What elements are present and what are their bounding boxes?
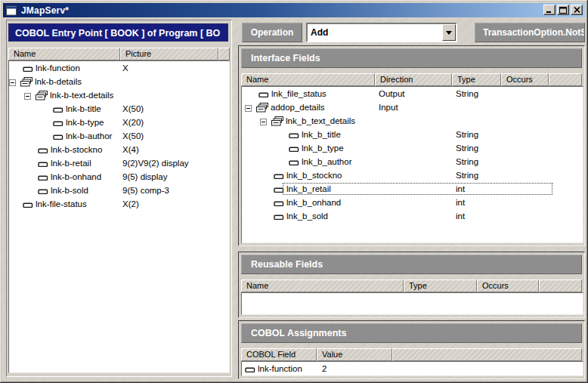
group-record-icon <box>36 91 48 102</box>
row-name: lnk_b_onhand <box>286 196 341 209</box>
close-button[interactable] <box>571 5 583 15</box>
row-picture: X(20) <box>122 116 144 129</box>
column-header-type[interactable]: Type <box>404 280 477 292</box>
operation-selected-value: Add <box>308 27 442 38</box>
cobol-assignments-table: lnk-function2 <box>241 361 583 376</box>
row-name: lnk-b-onhand <box>51 170 101 184</box>
row-type: String <box>456 87 478 100</box>
titlebar: JMapServ* <box>3 3 585 17</box>
row-name: lnk-function <box>258 362 302 375</box>
row-picture: 9(2)V9(2) display <box>122 156 189 170</box>
chevron-down-icon <box>446 31 452 38</box>
tree-row-lnk-b-details[interactable]: lnk-b-details <box>9 75 229 88</box>
cobol-structure-tree: lnk-functionXlnk-b-detailslnk-b-text-det… <box>8 60 230 373</box>
field-icon <box>274 199 284 208</box>
window-title: JMapServ* <box>21 5 69 16</box>
row-name: lnk-b-details <box>35 75 82 88</box>
left-column-headers: NamePicture <box>8 48 230 60</box>
tree-row-lnk_b_text_details[interactable]: lnk_b_text_details <box>242 114 583 128</box>
row-name: lnk_b_retail <box>286 182 331 196</box>
interface-fields-section: Interface Fields NameDirectionTypeOccurs… <box>238 45 585 246</box>
maximize-button[interactable] <box>557 5 569 15</box>
column-header-name[interactable]: Name <box>241 280 404 292</box>
column-header-direction[interactable]: Direction <box>375 73 452 86</box>
field-icon <box>258 91 269 100</box>
tree-row-lnk-b-retail[interactable]: lnk-b-retail9(2)V9(2) display <box>9 156 229 170</box>
expander-minus-icon[interactable] <box>245 104 252 113</box>
field-icon <box>289 159 299 168</box>
operation-label: Operation <box>242 23 302 42</box>
field-icon <box>53 119 63 128</box>
row-picture: X(2) <box>122 197 139 211</box>
tree-row-lnk_b_stockno[interactable]: lnk_b_stocknoString <box>242 168 583 182</box>
column-header-name[interactable]: Name <box>8 48 120 60</box>
row-type: int <box>456 209 465 223</box>
row-name: lnk-b-retail <box>51 156 91 170</box>
dropdown-button[interactable] <box>442 24 456 41</box>
tree-row-lnk_b_type[interactable]: lnk_b_typeString <box>242 141 583 155</box>
field-icon <box>53 106 63 115</box>
group-record-icon <box>256 103 269 114</box>
tree-row-lnk-b-text-details[interactable]: lnk-b-text-details <box>9 88 229 102</box>
tree-row-lnk-b-author[interactable]: lnk-b-authorX(50) <box>9 129 229 143</box>
tree-row-lnk-b-sold[interactable]: lnk-b-sold9(5) comp-3 <box>9 184 229 197</box>
tree-row-lnk_file_status[interactable]: lnk_file_statusOutputString <box>242 87 583 100</box>
field-icon <box>274 172 284 181</box>
cobol-assignments-header: COBOL Assignments <box>241 323 582 343</box>
interface-fields-header: Interface Fields <box>241 48 582 68</box>
tree-row-lnk-b-title[interactable]: lnk-b-titleX(50) <box>9 102 229 116</box>
reusable-fields-header: Reusable Fields <box>241 255 582 274</box>
row-name: lnk-b-author <box>66 129 112 143</box>
row-name: lnk-file-status <box>36 197 87 211</box>
column-header-cobol-field[interactable]: COBOL Field <box>241 348 317 361</box>
tree-row-lnk_b_author[interactable]: lnk_b_authorString <box>242 155 583 168</box>
tree-row-lnk-function[interactable]: lnk-functionX <box>9 61 229 75</box>
close-icon <box>574 7 580 13</box>
row-direction: Output <box>379 87 405 100</box>
row-type: int <box>456 182 465 196</box>
row-name: lnk-b-title <box>66 102 101 116</box>
column-header-filler <box>539 280 582 292</box>
expander-minus-icon[interactable] <box>24 92 31 101</box>
row-type: String <box>456 155 478 168</box>
column-header-name[interactable]: Name <box>241 73 375 86</box>
column-header-picture[interactable]: Picture <box>120 48 218 60</box>
column-header-occurs[interactable]: Occurs <box>477 280 539 292</box>
maximize-icon <box>559 7 567 14</box>
transaction-option-button[interactable]: TransactionOption.NotS <box>475 23 585 42</box>
interface-fields-column-headers: NameDirectionTypeOccurs <box>241 73 582 86</box>
app-window: JMapServ* COBOL Entry Point [ BOOK ] of … <box>0 0 588 383</box>
tree-row-lnk_b_onhand[interactable]: lnk_b_onhandint <box>242 196 583 209</box>
row-name: lnk_b_sold <box>286 209 328 223</box>
tree-row-lnk_b_sold[interactable]: lnk_b_soldint <box>242 209 583 223</box>
tree-row-lnk-file-status[interactable]: lnk-file-statusX(2) <box>9 197 229 211</box>
row-picture: 9(5) display <box>122 170 167 184</box>
cobol-entry-title: COBOL Entry Point [ BOOK ] of Program [ … <box>8 23 228 42</box>
row-name: lnk-function <box>36 61 80 75</box>
field-icon <box>53 133 63 142</box>
row-type: String <box>456 168 478 182</box>
tree-row-lnk_b_title[interactable]: lnk_b_titleString <box>242 128 583 141</box>
row-picture: X(4) <box>122 143 139 156</box>
expander-minus-icon[interactable] <box>9 79 16 88</box>
tree-row-lnk-b-onhand[interactable]: lnk-b-onhand9(5) display <box>9 170 229 184</box>
tree-row-lnk-b-stockno[interactable]: lnk-b-stocknoX(4) <box>9 143 229 156</box>
column-header-occurs[interactable]: Occurs <box>501 73 549 86</box>
field-icon <box>23 201 33 210</box>
row-name: lnk-b-text-details <box>50 88 113 102</box>
tree-row-lnk-function[interactable]: lnk-function2 <box>242 362 583 375</box>
field-icon <box>38 187 48 196</box>
interface-fields-table: lnk_file_statusOutputStringaddop_details… <box>241 86 583 243</box>
tree-row-addop_details[interactable]: addop_detailsInput <box>242 100 583 114</box>
reusable-fields-table <box>241 292 583 315</box>
minimize-button[interactable] <box>543 5 556 15</box>
tree-row-lnk-b-type[interactable]: lnk-b-typeX(20) <box>9 116 229 129</box>
row-name: addop_details <box>271 100 325 114</box>
app-icon <box>6 5 17 16</box>
column-header-type[interactable]: Type <box>452 73 501 86</box>
operation-select[interactable]: Add <box>306 23 457 42</box>
window-controls <box>543 5 583 15</box>
expander-minus-icon[interactable] <box>260 118 267 127</box>
tree-row-lnk_b_retail[interactable]: lnk_b_retailint <box>242 182 583 196</box>
column-header-value[interactable]: Value <box>317 348 392 361</box>
